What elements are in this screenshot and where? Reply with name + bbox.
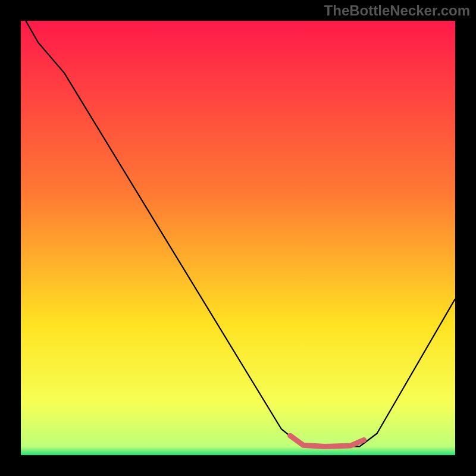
plot-area [21,21,455,455]
gradient-background [21,21,455,455]
chart-svg [21,21,455,455]
watermark-text: TheBottleNecker.com [324,2,470,19]
chart-container: TheBottleNecker.com [0,0,476,476]
